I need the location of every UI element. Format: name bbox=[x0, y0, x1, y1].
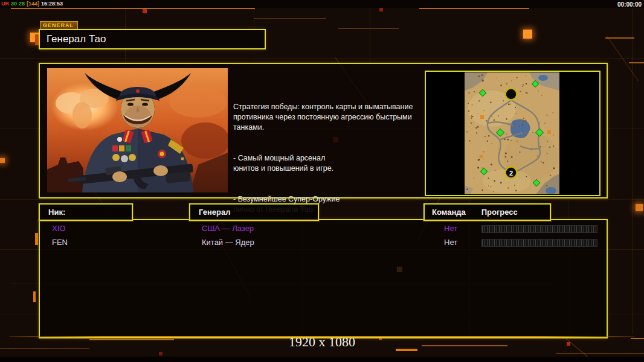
description-paragraph: - Самый мощный арсенал юнитов и повышени… bbox=[233, 153, 428, 174]
perf-overlay: UR3028[144]16:28:53 bbox=[1, 1, 65, 7]
perf-label: UR bbox=[1, 1, 9, 7]
decor-line bbox=[0, 58, 644, 59]
player-progress-bar bbox=[481, 239, 597, 247]
decor-square bbox=[143, 9, 147, 13]
general-title: Генерал Тао bbox=[40, 33, 106, 45]
minimap-start-marker-top bbox=[506, 89, 517, 100]
decor-line bbox=[35, 233, 38, 245]
general-info-panel: Стратегия победы: контроль карты и вымат… bbox=[39, 63, 608, 198]
decor-line bbox=[254, 18, 326, 19]
decor-square bbox=[159, 352, 163, 355]
general-tab: GENERAL bbox=[40, 21, 78, 29]
decor-line bbox=[370, 0, 370, 63]
decor-line bbox=[629, 62, 644, 63]
perf-value1: 30 bbox=[11, 1, 17, 7]
nick-header-label: Ник: bbox=[40, 208, 65, 217]
game-lobby-screen: UR3028[144]16:28:53 00:00:00 GENERAL Ген… bbox=[0, 0, 644, 362]
player-progress-bar bbox=[481, 225, 597, 233]
perf-time: 16:28:53 bbox=[41, 1, 63, 7]
player-row[interactable]: XIO США — Лазер Нет bbox=[40, 223, 607, 234]
players-table: XIO США — Лазер Нет FEN Китай — Ядер Нет bbox=[39, 219, 608, 338]
general-portrait-art bbox=[47, 68, 228, 192]
perf-bracket: [144] bbox=[27, 1, 39, 7]
player-nick: FEN bbox=[52, 238, 68, 247]
player-general: Китай — Ядер bbox=[202, 238, 254, 247]
column-header-team-progress: Команда Прогресс bbox=[423, 203, 551, 221]
progress-header-label: Прогресс bbox=[466, 208, 518, 217]
player-general: США — Лазер bbox=[202, 224, 254, 233]
decor-line bbox=[607, 36, 639, 81]
general-portrait bbox=[47, 68, 228, 192]
decor-square bbox=[0, 158, 5, 163]
decor-square bbox=[636, 204, 643, 211]
decor-line bbox=[33, 291, 36, 302]
decor-line bbox=[605, 37, 634, 39]
player-team: Нет bbox=[444, 224, 457, 233]
decor-line bbox=[419, 8, 529, 9]
top-bar bbox=[0, 0, 644, 8]
player-team: Нет bbox=[444, 238, 457, 247]
match-timer: 00:00:00 bbox=[617, 1, 642, 8]
decor-line bbox=[338, 28, 399, 29]
column-header-nick: Ник: bbox=[39, 203, 133, 221]
bottom-bar bbox=[0, 357, 644, 362]
column-header-general: Генерал bbox=[189, 203, 319, 221]
decor-square bbox=[523, 30, 532, 39]
minimap-marker-number: 2 bbox=[509, 170, 513, 177]
team-header-label: Команда bbox=[425, 208, 466, 217]
general-title-box: Генерал Тао bbox=[39, 29, 266, 49]
minimap: 2 bbox=[465, 72, 559, 194]
perf-value2: 28 bbox=[19, 1, 25, 7]
general-header-label: Генерал bbox=[190, 208, 230, 217]
decor-line bbox=[11, 8, 255, 9]
decor-line bbox=[556, 353, 644, 354]
description-paragraph: Стратегия победы: контроль карты и вымат… bbox=[233, 102, 428, 133]
decor-line bbox=[633, 8, 633, 334]
player-nick: XIO bbox=[52, 224, 65, 233]
decor-square bbox=[379, 8, 383, 11]
player-row[interactable]: FEN Китай — Ядер Нет bbox=[40, 237, 607, 248]
minimap-panel: 2 bbox=[425, 71, 601, 196]
resolution-label: 1920 x 1080 bbox=[0, 334, 644, 350]
